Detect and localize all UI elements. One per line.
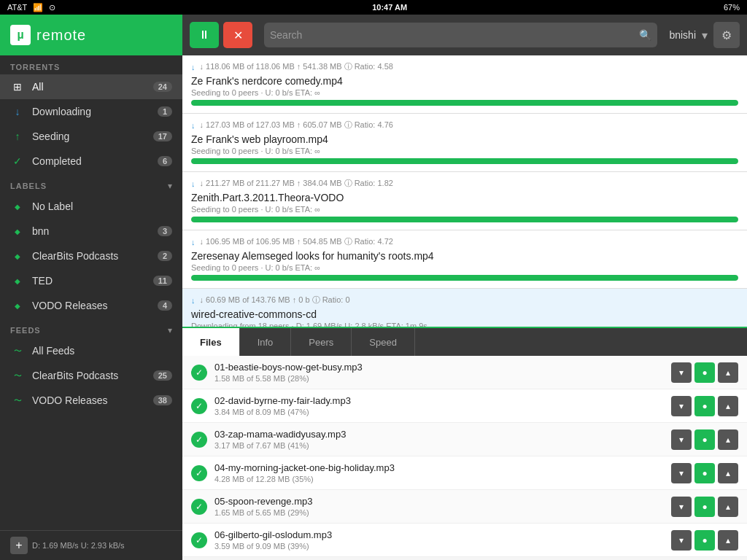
sidebar-item-all-label: All (32, 81, 153, 93)
file-controls: ▾ ● ▴ (671, 463, 738, 483)
file-priority-btn[interactable]: ● (694, 429, 715, 450)
file-down-btn[interactable]: ▾ (671, 429, 692, 450)
file-priority-btn[interactable]: ● (694, 396, 715, 416)
user-area: bnishi ▾ ⚙ (669, 22, 740, 48)
file-info: 04-my-morning-jacket-one-big-holiday.mp3… (214, 462, 671, 483)
file-check-icon: ✓ (191, 365, 207, 381)
chevron-down-icon: ▾ (168, 181, 172, 191)
file-name: 05-spoon-revenge.mp3 (214, 496, 671, 507)
sidebar-item-vodo-feed-label: VODO Releases (32, 394, 153, 406)
sidebar-item-clearbits-feed-label: ClearBits Podcasts (32, 370, 153, 381)
file-down-btn[interactable]: ▾ (671, 463, 692, 483)
file-up-btn[interactable]: ▴ (718, 497, 738, 517)
chevron-icon: ▾ (702, 28, 708, 42)
signal-icon: ⊙ (49, 3, 55, 12)
torrent-item[interactable]: ↓ ↓ 118.06 MB of 118.06 MB ↑ 541.38 MB ⓘ… (182, 55, 747, 114)
file-check-icon: ✓ (191, 398, 207, 414)
torrent-meta: ↓ ↓ 106.95 MB of 106.95 MB ↑ 504.85 MB ⓘ… (191, 236, 738, 247)
sidebar-item-downloading-label: Downloading (32, 106, 158, 117)
file-up-btn[interactable]: ▴ (718, 362, 738, 383)
sidebar-item-downloading[interactable]: ↓ Downloading 1 (0, 99, 182, 124)
label-icon-3: ◆ (10, 277, 25, 285)
torrent-item[interactable]: ↓ ↓ 106.95 MB of 106.95 MB ↑ 504.85 MB ⓘ… (182, 230, 747, 289)
torrent-meta: ↓ ↓ 211.27 MB of 211.27 MB ↑ 384.04 MB ⓘ… (191, 178, 738, 189)
torrent-item[interactable]: ↓ ↓ 211.27 MB of 211.27 MB ↑ 384.04 MB ⓘ… (182, 172, 747, 230)
sidebar-item-no-label[interactable]: ◆ No Label (0, 194, 182, 219)
all-icon: ⊞ (10, 81, 25, 93)
tab-info[interactable]: Info (240, 328, 292, 356)
down-icon: ↓ (191, 63, 196, 71)
carrier: AT&T (7, 3, 27, 12)
torrent-status: Seeding to 0 peers · U: 0 b/s ETA: ∞ (191, 263, 738, 272)
file-down-btn[interactable]: ▾ (671, 497, 692, 517)
sidebar-item-clearbits-feed[interactable]: 〜 ClearBits Podcasts 25 (0, 363, 182, 388)
file-up-btn[interactable]: ▴ (718, 429, 738, 450)
stop-button[interactable]: ✕ (223, 22, 252, 48)
file-name: 03-zap-mama-wadidyusay.mp3 (214, 429, 671, 440)
sidebar-item-ted[interactable]: ◆ TED 11 (0, 268, 182, 293)
sidebar: µ remote TORRENTS ⊞ All 24 ↓ Downloading… (0, 15, 182, 560)
torrent-item-active[interactable]: ↓ ↓ 60.69 MB of 143.76 MB ↑ 0 b ⓘ Ratio:… (182, 289, 747, 327)
feed-icon-0: 〜 (10, 346, 25, 357)
search-input[interactable] (270, 29, 639, 41)
file-up-btn[interactable]: ▴ (718, 463, 738, 483)
file-down-btn[interactable]: ▾ (671, 396, 692, 416)
file-size: 1.65 MB of 5.65 MB (29%) (214, 508, 671, 517)
section-torrents-label: TORRENTS (0, 55, 182, 74)
sidebar-item-seeding[interactable]: ↑ Seeding 17 (0, 124, 182, 149)
sidebar-item-vodo[interactable]: ◆ VODO Releases 4 (0, 293, 182, 318)
torrent-item[interactable]: ↓ ↓ 127.03 MB of 127.03 MB ↑ 605.07 MB ⓘ… (182, 114, 747, 172)
tab-peers[interactable]: Peers (291, 328, 352, 356)
speed-display: D: 1.69 MB/s U: 2.93 kB/s (32, 541, 125, 550)
file-name: 04-my-morning-jacket-one-big-holiday.mp3 (214, 462, 671, 473)
file-item: ✓ 06-gilberto-gil-oslodum.mp3 3.59 MB of… (182, 524, 747, 557)
sidebar-item-all-feeds[interactable]: 〜 All Feeds (0, 338, 182, 363)
torrent-name: Zenith.Part.3.2011.Theora-VODO (191, 192, 738, 203)
label-icon-0: ◆ (10, 203, 25, 211)
app-body: µ remote TORRENTS ⊞ All 24 ↓ Downloading… (0, 15, 747, 560)
pause-button[interactable]: ⏸ (190, 22, 219, 48)
file-item: ✓ 01-beastie-boys-now-get-busy.mp3 1.58 … (182, 356, 747, 389)
tab-bar: Files Info Peers Speed (182, 328, 747, 356)
section-feeds-toggle[interactable]: FEEDS ▾ (0, 318, 182, 338)
torrent-name: Ze Frank's nerdcore comedy.mp4 (191, 75, 738, 87)
download-icon: ↓ (10, 106, 25, 117)
sidebar-footer: + D: 1.69 MB/s U: 2.93 kB/s (0, 530, 182, 560)
file-info: 05-spoon-revenge.mp3 1.65 MB of 5.65 MB … (214, 496, 671, 517)
file-priority-btn[interactable]: ● (694, 463, 715, 483)
file-name: 06-gilberto-gil-oslodum.mp3 (214, 529, 671, 540)
sidebar-item-completed-label: Completed (32, 155, 158, 167)
label-icon-4: ◆ (10, 302, 25, 310)
sidebar-item-all[interactable]: ⊞ All 24 (0, 74, 182, 99)
file-priority-btn[interactable]: ● (694, 530, 715, 551)
file-down-btn[interactable]: ▾ (671, 530, 692, 551)
sidebar-item-clearbits[interactable]: ◆ ClearBits Podcasts 2 (0, 244, 182, 268)
file-up-btn[interactable]: ▴ (718, 396, 738, 416)
progress-bar-fill (191, 217, 738, 222)
sidebar-item-vodo-label: VODO Releases (32, 300, 158, 311)
complete-icon: ✓ (10, 155, 25, 167)
file-priority-btn[interactable]: ● (694, 362, 715, 383)
file-controls: ▾ ● ▴ (671, 530, 738, 551)
file-check-icon: ✓ (191, 532, 207, 548)
down-icon: ↓ (191, 238, 196, 246)
sidebar-item-no-label-text: No Label (32, 201, 172, 212)
file-size: 3.59 MB of 9.09 MB (39%) (214, 542, 671, 551)
section-labels-toggle[interactable]: LABELS ▾ (0, 174, 182, 194)
file-up-btn[interactable]: ▴ (718, 530, 738, 551)
app-logo: µ (10, 25, 31, 45)
sidebar-item-bnn[interactable]: ◆ bnn 3 (0, 219, 182, 244)
tab-files[interactable]: Files (182, 328, 240, 356)
search-container: 🔍 (264, 23, 657, 47)
sidebar-item-vodo-feed[interactable]: 〜 VODO Releases 38 (0, 388, 182, 413)
file-size: 3.84 MB of 8.09 MB (47%) (214, 408, 671, 416)
file-down-btn[interactable]: ▾ (671, 362, 692, 383)
sidebar-item-completed[interactable]: ✓ Completed 6 (0, 149, 182, 174)
tab-speed[interactable]: Speed (352, 328, 415, 356)
settings-button[interactable]: ⚙ (713, 22, 740, 48)
add-torrent-button[interactable]: + (10, 537, 28, 554)
sidebar-item-seeding-badge: 17 (153, 131, 172, 141)
sidebar-item-bnn-badge: 3 (158, 226, 172, 236)
sidebar-item-all-badge: 24 (153, 82, 172, 92)
file-priority-btn[interactable]: ● (694, 497, 715, 517)
